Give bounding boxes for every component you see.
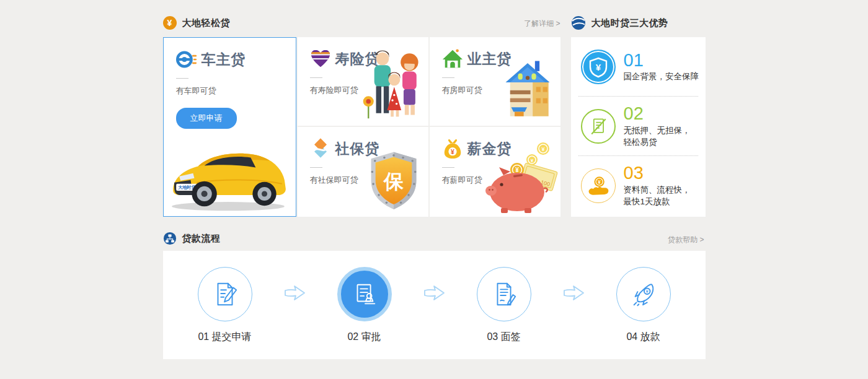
- svg-text:¥: ¥: [645, 289, 649, 294]
- apply-now-button[interactable]: 立即申请: [176, 108, 237, 129]
- advantage-item-1: ¥ 01 国企背景，安全保障: [571, 37, 706, 96]
- advantage-text: 国企背景，安全保障: [624, 71, 699, 83]
- advantages-panel: ¥ 01 国企背景，安全保障: [571, 37, 706, 217]
- loan-process-panel: 01 提交申请 02 审批: [163, 251, 706, 359]
- svg-text:¥: ¥: [598, 179, 601, 185]
- step-label: 01 提交申请: [198, 331, 251, 344]
- product-card-car-loan[interactable]: 车主贷 有车即可贷 立即申请 大地时贷: [163, 37, 296, 217]
- easy-loan-header: ¥ 大地轻松贷: [163, 15, 231, 31]
- product-card-life-insurance-loan[interactable]: 寿险贷 有寿险即可贷: [298, 37, 428, 126]
- house-illustration: [502, 58, 553, 123]
- shield-yuan-icon: ¥: [581, 50, 616, 84]
- advantage-text: 最快1天放款: [624, 196, 691, 208]
- document-pen-icon: [477, 267, 531, 321]
- advantage-text: 轻松易贷: [624, 136, 691, 149]
- advantage-number: 03: [624, 163, 691, 183]
- svg-text:¥: ¥: [595, 62, 601, 72]
- divider: [176, 78, 188, 79]
- document-pencil-icon: [198, 267, 252, 321]
- step-disbursement: ¥ 04 放款: [616, 267, 671, 344]
- product-card-social-security-loan[interactable]: 社保贷 有社保即可贷: [298, 127, 428, 217]
- arrow-right-icon: [561, 284, 586, 302]
- money-bag-icon: ¥: [442, 138, 463, 159]
- product-title: 车主贷: [202, 50, 246, 69]
- steering-wheel-icon: [176, 49, 197, 70]
- advantage-text: 资料简、流程快，: [624, 184, 691, 196]
- yellow-car-illustration: 大地时贷: [166, 130, 294, 215]
- document-stamp-icon: [337, 267, 392, 321]
- striped-heart-icon: [310, 48, 331, 69]
- yuan-coin-icon: ¥: [163, 16, 177, 30]
- product-subtitle: 有车即可贷: [176, 85, 296, 97]
- svg-text:保: 保: [383, 171, 404, 193]
- advantages-header: 大地时贷三大优势: [571, 15, 668, 31]
- piggy-bank-illustration: 100 ¥ ¥ ¥: [482, 141, 559, 216]
- advantage-number: 02: [624, 103, 691, 124]
- easy-loan-title: 大地轻松贷: [182, 17, 231, 29]
- divider: [442, 77, 454, 78]
- divider: [442, 167, 454, 168]
- advantage-number: 01: [624, 50, 699, 71]
- step-approval: 02 审批: [337, 267, 392, 344]
- loan-help-link[interactable]: 贷款帮助 >: [668, 235, 704, 245]
- advantage-item-3: ¥ 03 资料简、流程快， 最快1天放款: [571, 156, 706, 215]
- rocket-yuan-icon: ¥: [616, 267, 671, 321]
- hand-coin-icon: ¥: [581, 168, 616, 203]
- process-title: 贷款流程: [182, 233, 221, 245]
- step-interview-signing: 03 面签: [477, 267, 531, 344]
- svg-text:¥: ¥: [541, 146, 544, 152]
- advantage-text: 无抵押、无担保，: [624, 124, 691, 137]
- learn-more-link[interactable]: 了解详细 >: [524, 19, 560, 29]
- step-label: 04 放款: [626, 331, 660, 344]
- divider: [310, 167, 322, 168]
- advantages-title: 大地时贷三大优势: [591, 17, 668, 29]
- process-header: 贷款流程: [163, 230, 221, 246]
- svg-text:¥: ¥: [515, 167, 519, 173]
- no-collateral-icon: [581, 109, 616, 144]
- advantage-item-2: 02 无抵押、无担保， 轻松易贷: [571, 97, 706, 155]
- double-diamond-icon: [310, 138, 331, 159]
- family-illustration: [360, 46, 425, 124]
- dadi-swirl-logo-icon: [571, 15, 586, 30]
- step-label: 02 审批: [347, 331, 381, 344]
- divider: [310, 77, 322, 78]
- arrow-right-icon: [282, 284, 307, 302]
- green-house-icon: [442, 48, 463, 69]
- svg-text:¥: ¥: [451, 149, 454, 155]
- product-card-property-loan[interactable]: 业主贷 有房即可贷: [430, 37, 560, 126]
- shield-illustration: 保: [369, 150, 418, 214]
- product-card-salary-loan[interactable]: ¥ 薪金贷 有薪即可贷 100 ¥ ¥: [430, 127, 560, 217]
- arrow-right-icon: [422, 284, 446, 302]
- step-label: 03 面签: [487, 331, 520, 344]
- flow-chart-icon: [163, 232, 177, 245]
- step-submit-application: 01 提交申请: [198, 267, 252, 344]
- page-content: ¥ 大地轻松贷 了解详细 > 大地时贷三大优势: [163, 0, 706, 379]
- svg-text:¥: ¥: [530, 158, 533, 163]
